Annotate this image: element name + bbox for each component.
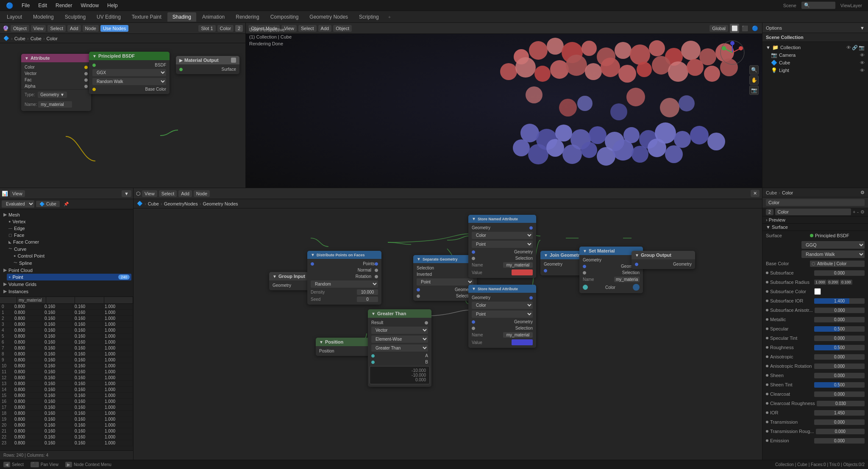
- prop-value[interactable]: 0.000: [814, 336, 865, 341]
- sm-color-dot[interactable]: [633, 284, 640, 291]
- blender-icon[interactable]: 🔵: [3, 1, 17, 10]
- attr-color-socket[interactable]: [84, 66, 88, 69]
- prop-value[interactable]: 0.000: [815, 308, 865, 313]
- prop-value[interactable]: 0.000: [814, 354, 865, 360]
- tree-edge[interactable]: — Edge: [7, 225, 131, 232]
- sn1-name-input[interactable]: [503, 262, 533, 268]
- dist-in-socket[interactable]: [311, 262, 314, 266]
- sn2-geo-in[interactable]: [472, 320, 475, 324]
- viewport-camera-icon[interactable]: 📷: [749, 86, 759, 95]
- dist-type-select[interactable]: Random: [311, 280, 378, 288]
- cam-vis[interactable]: 👁: [860, 53, 865, 58]
- viewport-zoom-icon[interactable]: 🔍: [749, 65, 759, 75]
- prop-value[interactable]: 0.030: [817, 401, 865, 406]
- preview-section[interactable]: › Preview: [762, 216, 868, 224]
- gt-type-select[interactable]: Greater Than: [371, 344, 428, 352]
- menu-file[interactable]: File: [18, 2, 33, 9]
- tab-animation[interactable]: Animation: [197, 12, 230, 22]
- sn2-point-select[interactable]: Point: [472, 311, 533, 318]
- tree-face[interactable]: ▢ Face: [7, 232, 131, 239]
- menu-help[interactable]: Help: [104, 2, 121, 9]
- scene-collection-item[interactable]: ▼ 📁 Collection 👁 🔗 📷: [764, 44, 866, 51]
- join-in-socket[interactable]: [544, 269, 547, 272]
- spreadsheet-filter-btn[interactable]: ▼: [122, 190, 131, 197]
- geo-select-btn[interactable]: Select: [159, 190, 177, 197]
- bsdf-out-socket[interactable]: [92, 64, 96, 67]
- scene-cube-item[interactable]: 🔷 Cube 👁: [764, 59, 866, 67]
- tree-volume-grids[interactable]: ▶ Volume Grids: [2, 280, 131, 288]
- shader-node-btn[interactable]: Node: [83, 25, 99, 32]
- prop-value[interactable]: 0.000: [814, 364, 865, 369]
- geo-breadcrumb-geonodes[interactable]: GeometryNodes: [164, 201, 198, 206]
- shader-select-btn[interactable]: Select: [47, 25, 66, 32]
- shader-mode-dropdown[interactable]: Object: [11, 25, 29, 32]
- menu-window[interactable]: Window: [77, 2, 102, 9]
- geo-canvas[interactable]: ▼ Group Input Geometry ▼ Distribute P: [134, 208, 762, 460]
- tree-control-point[interactable]: ● Control Point: [12, 253, 131, 259]
- menu-render[interactable]: Render: [52, 2, 75, 9]
- options-filter-icon[interactable]: ▼: [860, 25, 865, 31]
- bsdf-basecolor-in[interactable]: [92, 88, 96, 91]
- prop-value[interactable]: 0.000: [814, 270, 865, 276]
- prop-value[interactable]: 0.000: [816, 429, 865, 434]
- go-geo-in[interactable]: [635, 263, 638, 266]
- shader-canvas[interactable]: ▼ Attribute Color Vector Fac: [0, 43, 245, 177]
- prop-value[interactable]: 0.000: [814, 438, 865, 444]
- dist-seed-input[interactable]: [357, 297, 378, 302]
- dist-points-out[interactable]: [375, 262, 378, 266]
- dist-rotation-socket[interactable]: [375, 275, 378, 278]
- navigation-gizmo[interactable]: [720, 40, 745, 65]
- sn2-value-color[interactable]: [512, 339, 533, 345]
- sm-geo-in[interactable]: [583, 265, 586, 268]
- menu-edit[interactable]: Edit: [35, 2, 50, 9]
- sn2-sel-in[interactable]: [472, 327, 475, 330]
- geo-close-btn[interactable]: ✕: [751, 190, 760, 197]
- sn1-geo-in[interactable]: [472, 250, 475, 254]
- shader-view-btn[interactable]: View: [31, 25, 46, 32]
- tab-scripting[interactable]: Scripting: [354, 12, 384, 22]
- prop-value[interactable]: 0.500: [814, 345, 865, 350]
- dist-density-input[interactable]: [357, 289, 378, 295]
- tab-geometry-nodes[interactable]: Geometry Nodes: [304, 12, 353, 22]
- sn1-sel-in[interactable]: [472, 257, 475, 260]
- prop-value[interactable]: 0.500: [814, 382, 865, 388]
- gt-a-in-socket[interactable]: [371, 354, 375, 358]
- tab-uv-editing[interactable]: UV Editing: [92, 12, 126, 22]
- sg-sel-in[interactable]: [417, 294, 420, 298]
- prop-value[interactable]: 0.000: [814, 391, 865, 397]
- link-icon[interactable]: 🔗: [852, 45, 858, 50]
- sm-name-input[interactable]: [614, 277, 640, 282]
- sn1-color-select[interactable]: Color: [472, 232, 533, 239]
- viewport-hand-icon[interactable]: ✋: [749, 75, 759, 85]
- scene-camera-item[interactable]: 📷 Camera 👁: [764, 51, 866, 59]
- tab-layout[interactable]: Layout: [2, 12, 27, 22]
- bsdf-walk-select[interactable]: Random Walk: [92, 78, 166, 85]
- spreadsheet-view-btn[interactable]: View: [10, 190, 25, 197]
- mat-settings2-icon[interactable]: ⚙: [860, 209, 865, 215]
- add-workspace-button[interactable]: +: [385, 13, 394, 21]
- base-color-value-display[interactable]: ⬡ Attribute | Color: [810, 261, 865, 267]
- light-vis[interactable]: 👁: [860, 68, 865, 73]
- material-color-btn[interactable]: Color: [217, 25, 234, 32]
- col-x[interactable]: my_material: [17, 297, 46, 303]
- tab-compositing[interactable]: Compositing: [265, 12, 304, 22]
- tab-shading[interactable]: Shading: [167, 12, 196, 22]
- attr-fac-socket[interactable]: [84, 78, 88, 82]
- tree-curve[interactable]: 〜 Curve: [7, 245, 131, 253]
- tab-sculpting[interactable]: Sculpting: [60, 12, 91, 22]
- geo-add-btn[interactable]: Add: [178, 190, 192, 197]
- attr-type-dropdown[interactable]: Geometry ▼: [38, 92, 67, 98]
- tree-point[interactable]: ● Point 240: [7, 274, 131, 280]
- sm-sel-in[interactable]: [583, 271, 586, 275]
- tree-face-corner[interactable]: ◣ Face Corner: [7, 239, 131, 245]
- viewport-scene[interactable]: User Perspective (1) Collection | Cube R…: [246, 34, 762, 188]
- scene-light-item[interactable]: 💡 Light 👁: [764, 67, 866, 74]
- cube-vis[interactable]: 👁: [860, 60, 865, 65]
- geo-node-btn[interactable]: Node: [194, 190, 210, 197]
- tree-point-cloud[interactable]: ▶ Point Cloud: [2, 266, 131, 274]
- sn2-geo-out[interactable]: [529, 296, 533, 300]
- prop-value[interactable]: 0.000: [814, 419, 865, 425]
- search-bar[interactable]: 🔍: [801, 2, 835, 9]
- material-name-input[interactable]: [766, 199, 865, 206]
- bsdf-ggx-select[interactable]: GGX: [92, 69, 166, 76]
